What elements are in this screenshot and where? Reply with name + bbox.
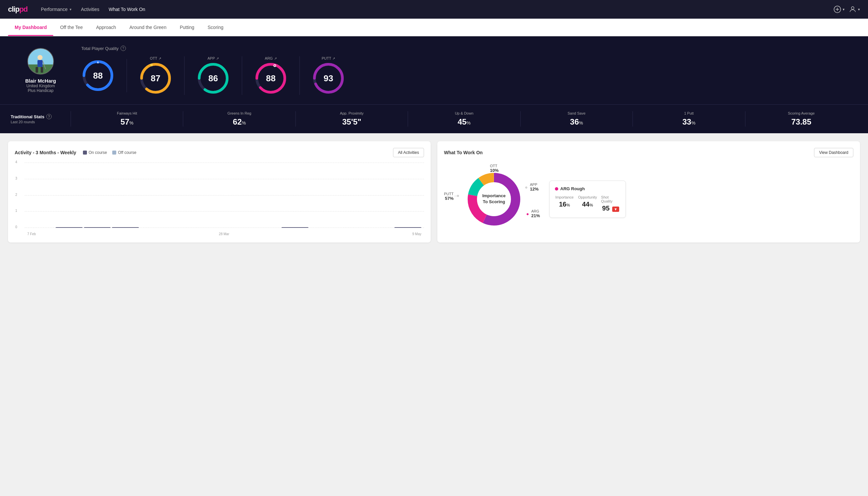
legend-on-course: On course	[83, 150, 107, 155]
user-menu[interactable]: ▾	[849, 5, 860, 13]
off-course-dot	[112, 151, 116, 155]
quality-help-icon[interactable]: ?	[121, 46, 126, 51]
score-app: APP ↗ 86	[185, 56, 242, 95]
x-label-mar: 28 Mar	[219, 232, 229, 236]
arg-card-dot	[555, 187, 558, 190]
app-label: APP ↗	[207, 56, 219, 60]
bar-group-13	[394, 227, 421, 228]
nav-what-to-work-on[interactable]: What To Work On	[109, 7, 145, 12]
svg-rect-8	[36, 67, 38, 73]
ott-donut-label: OTT 10%	[490, 164, 499, 173]
tab-around-the-green[interactable]: Around the Green	[123, 19, 173, 36]
ott-arrow: ↗	[159, 57, 161, 60]
tab-approach[interactable]: Approach	[89, 19, 123, 36]
putt-score-value: 93	[324, 73, 333, 83]
nav-performance[interactable]: Performance ▾	[41, 7, 72, 12]
bar-group-9	[282, 227, 309, 228]
activity-card-header: Activity - 3 Months - Weekly On course O…	[15, 148, 424, 157]
donut-chart: Importance To Scoring	[464, 169, 524, 229]
app-donut-label: APP 12%	[530, 183, 539, 191]
nav-links: Performance ▾ Activities What To Work On	[41, 7, 145, 12]
app-arrow: ↗	[216, 57, 219, 60]
tab-nav: My Dashboard Off the Tee Approach Around…	[0, 19, 868, 36]
stat-proximity-label: App. Proximity	[340, 111, 364, 115]
bar-group-1	[56, 227, 83, 228]
arg-arrow: ↗	[274, 57, 277, 60]
add-dropdown-arrow: ▾	[843, 7, 845, 12]
stat-fairways-label: Fairways Hit	[117, 111, 137, 115]
on-course-bar-1	[56, 227, 83, 228]
on-course-bar-9	[282, 227, 309, 228]
tab-putting[interactable]: Putting	[173, 19, 201, 36]
putt-circle: 93	[312, 62, 345, 95]
x-label-feb: 7 Feb	[27, 232, 36, 236]
score-arg: ARG ↗ 88	[242, 56, 300, 95]
stats-label-section: Traditional Stats ? Last 20 rounds	[11, 114, 70, 124]
nav-activities[interactable]: Activities	[81, 7, 99, 12]
arg-metrics: Importance 16% Opportunity 44% Shot Qual…	[555, 195, 620, 212]
x-label-may: 9 May	[412, 232, 421, 236]
stat-proximity-value: 35'5"	[342, 117, 361, 127]
activity-card-title: Activity - 3 Months - Weekly	[15, 150, 76, 155]
scores-label: Total Player Quality ?	[81, 46, 857, 51]
nav-right: ▾ ▾	[833, 5, 860, 13]
opportunity-label: Opportunity	[578, 195, 597, 199]
shot-quality-badge: ▼	[612, 206, 619, 212]
view-dashboard-button[interactable]: View Dashboard	[814, 148, 853, 157]
arg-detail-card: ARG Rough Importance 16% Opportunity 44%	[549, 181, 626, 218]
main-content: Activity - 3 Months - Weekly On course O…	[0, 133, 868, 250]
stat-fairways-value: 57%	[121, 117, 133, 127]
bar-group-2	[84, 227, 111, 228]
importance-label: Importance	[555, 195, 573, 199]
svg-point-3	[851, 7, 854, 9]
svg-text:To Scoring: To Scoring	[483, 199, 505, 204]
user-dropdown-arrow: ▾	[858, 7, 860, 12]
activity-card: Activity - 3 Months - Weekly On course O…	[8, 141, 431, 243]
arg-opportunity-metric: Opportunity 44%	[578, 195, 597, 212]
tab-my-dashboard[interactable]: My Dashboard	[8, 19, 53, 36]
stat-updown: Up & Down 45%	[408, 111, 520, 127]
score-putt: PUTT ↗ 93	[300, 56, 357, 95]
tab-off-the-tee[interactable]: Off the Tee	[53, 19, 89, 36]
player-handicap: Plus Handicap	[28, 88, 53, 93]
stat-sandsave-label: Sand Save	[568, 111, 586, 115]
putt-donut-label: PUTT 57%	[444, 192, 454, 201]
stats-label: Traditional Stats ?	[11, 114, 70, 119]
on-course-bar-13	[394, 227, 421, 228]
app-circle: 86	[196, 62, 230, 95]
x-labels: 7 Feb 28 Mar 9 May	[25, 232, 424, 236]
all-activities-button[interactable]: All Activities	[393, 148, 424, 157]
putt-arrow: ↗	[332, 57, 335, 60]
chart-area: 4 3 2 1 0 7 Feb 28 Mar 9 May	[15, 162, 424, 236]
player-info: Blair McHarg United Kingdom Plus Handica…	[11, 48, 70, 93]
total-circle: 88	[81, 59, 114, 92]
logo[interactable]: clippd	[8, 5, 28, 14]
work-on-content: Importance To Scoring PUTT 57% OTT 10%	[444, 162, 853, 236]
ott-score-value: 87	[151, 73, 160, 83]
stats-bar: Traditional Stats ? Last 20 rounds Fairw…	[0, 104, 868, 133]
activity-legend: On course Off course	[83, 150, 137, 155]
stat-scoring-label: Scoring Average	[788, 111, 815, 115]
stat-oneputt-value: 33%	[682, 117, 695, 127]
svg-text:Importance: Importance	[482, 193, 506, 198]
svg-rect-9	[41, 67, 43, 73]
player-name: Blair McHarg	[25, 78, 56, 83]
shotquality-label: Shot Quality	[601, 195, 620, 203]
stat-gir-value: 62%	[233, 117, 246, 127]
stat-updown-value: 45%	[458, 117, 471, 127]
player-country: United Kingdom	[26, 83, 54, 88]
total-score-value: 88	[93, 71, 103, 81]
putt-label: PUTT ↗	[322, 56, 335, 60]
arg-shotquality-metric: Shot Quality 95 ▼	[601, 195, 620, 212]
top-nav: clippd Performance ▾ Activities What To …	[0, 0, 868, 19]
importance-value: 16%	[559, 201, 570, 208]
tab-scoring[interactable]: Scoring	[201, 19, 230, 36]
on-course-bar-3	[112, 227, 139, 228]
arg-importance-metric: Importance 16%	[555, 195, 574, 212]
add-button[interactable]: ▾	[833, 5, 845, 13]
arg-donut-label: ARG 21%	[531, 209, 540, 218]
stat-updown-label: Up & Down	[455, 111, 474, 115]
stats-help-icon[interactable]: ?	[46, 114, 52, 119]
dashboard-header: Blair McHarg United Kingdom Plus Handica…	[0, 36, 868, 104]
ott-label: OTT ↗	[150, 56, 161, 60]
